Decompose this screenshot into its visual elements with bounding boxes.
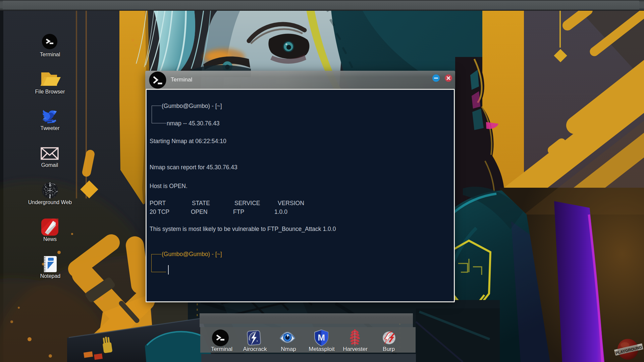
svg-text:M: M xyxy=(318,333,325,343)
